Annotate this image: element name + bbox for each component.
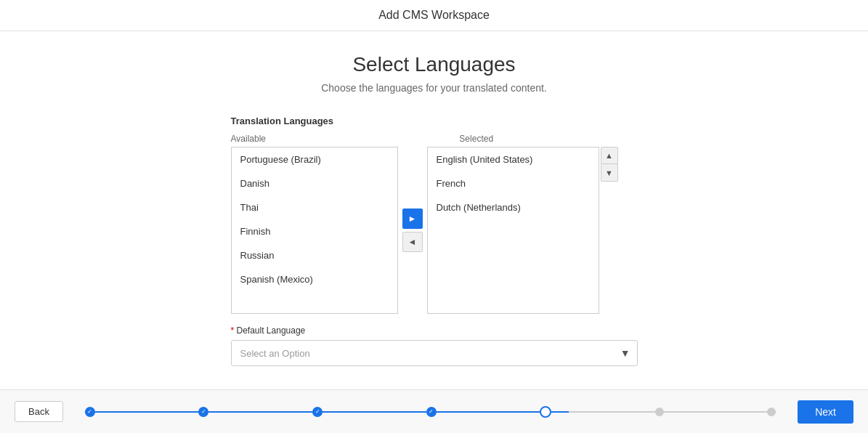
available-header: Available: [231, 134, 396, 144]
list-item[interactable]: Dutch (Netherlands): [428, 195, 599, 219]
step-3: [312, 407, 323, 417]
step-5: [540, 406, 551, 418]
step-2: [198, 407, 208, 417]
reorder-buttons: ▲ ▼: [599, 147, 620, 314]
select-wrapper: Select an Option English (United States)…: [231, 340, 638, 366]
header: Add CMS Workspace: [0, 0, 868, 31]
back-button[interactable]: Back: [15, 401, 63, 422]
step-7: [767, 408, 776, 416]
default-language-select[interactable]: Select an Option English (United States)…: [231, 340, 638, 366]
default-language-label: * Default Language: [231, 325, 638, 336]
list-item[interactable]: Russian: [232, 243, 397, 267]
step-6: [655, 408, 664, 416]
move-left-button[interactable]: ◄: [402, 232, 423, 252]
next-button[interactable]: Next: [798, 400, 853, 424]
list-item[interactable]: Portuguese (Brazil): [232, 147, 397, 171]
move-up-button[interactable]: ▲: [601, 147, 618, 164]
list-item[interactable]: French: [428, 171, 599, 195]
header-title: Add CMS Workspace: [378, 9, 490, 21]
selected-header: Selected: [459, 134, 637, 144]
progress-bar: [85, 411, 776, 413]
progress-steps: [85, 406, 776, 418]
translation-languages-section: Translation Languages Available Selected…: [231, 116, 638, 314]
default-lang-text: Default Language: [237, 325, 306, 336]
main-content: Select Languages Choose the languages fo…: [0, 31, 868, 389]
step-1: [85, 407, 95, 417]
transfer-buttons: ► ◄: [398, 147, 427, 314]
listbox-headers: Available Selected: [231, 134, 638, 147]
selected-list[interactable]: English (United States) French Dutch (Ne…: [427, 147, 599, 314]
page-subtitle: Choose the languages for your translated…: [321, 82, 547, 94]
required-star: *: [231, 325, 237, 336]
list-item[interactable]: Danish: [232, 171, 397, 195]
default-language-section: * Default Language Select an Option Engl…: [231, 325, 638, 366]
list-item[interactable]: English (United States): [428, 147, 599, 171]
move-down-button[interactable]: ▼: [601, 164, 618, 182]
progress-track: [85, 411, 776, 413]
step-4: [426, 407, 437, 417]
available-list[interactable]: Portuguese (Brazil) Danish Thai Finnish …: [231, 147, 398, 314]
list-item[interactable]: Spanish (Mexico): [232, 267, 397, 291]
move-right-button[interactable]: ►: [402, 209, 423, 229]
dual-listbox: Portuguese (Brazil) Danish Thai Finnish …: [231, 147, 638, 314]
footer: Back Next: [0, 389, 868, 433]
section-label: Translation Languages: [231, 116, 638, 126]
page-title: Select Languages: [352, 53, 515, 76]
selected-list-wrapper: English (United States) French Dutch (Ne…: [427, 147, 620, 314]
list-item[interactable]: Thai: [232, 195, 397, 219]
list-item[interactable]: Finnish: [232, 219, 397, 243]
